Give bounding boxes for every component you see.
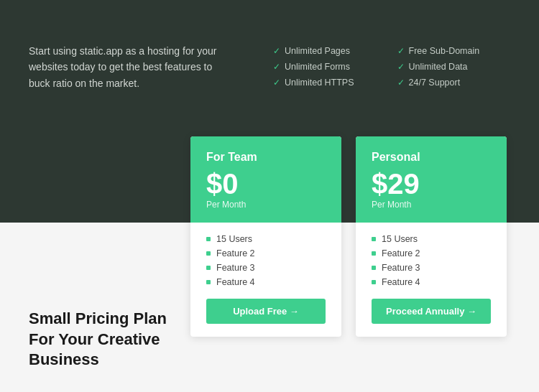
list-item: 15 Users	[206, 234, 326, 244]
feature-label: Feature 3	[216, 263, 255, 273]
check-icon: ✓	[397, 62, 405, 72]
card-team-body: 15 UsersFeature 2Feature 3Feature 4 Uplo…	[190, 223, 341, 337]
proceed-annually-button[interactable]: Proceed Annually →	[372, 299, 491, 324]
card-personal-features: 15 UsersFeature 2Feature 3Feature 4	[372, 234, 491, 287]
feature-item: ✓Free Sub-Domain	[397, 46, 480, 56]
feature-label: Feature 4	[216, 277, 255, 287]
feature-text: 24/7 Support	[409, 78, 461, 88]
bullet-icon	[372, 280, 376, 284]
bullet-icon	[206, 251, 211, 256]
list-item: 15 Users	[372, 234, 491, 244]
list-item: Feature 4	[206, 277, 326, 287]
bullet-icon	[372, 266, 376, 270]
feature-item: ✓24/7 Support	[397, 78, 480, 88]
cards-container: For Team $0 Per Month 15 UsersFeature 2F…	[190, 136, 507, 337]
check-icon: ✓	[273, 78, 280, 88]
card-team: For Team $0 Per Month 15 UsersFeature 2F…	[190, 136, 341, 337]
bullet-icon	[206, 280, 211, 284]
card-personal-header: Personal $29 Per Month	[356, 136, 507, 223]
feature-item: ✓Unlimited Pages	[273, 46, 354, 56]
feature-col-2: ✓Free Sub-Domain✓Unlimited Data✓24/7 Sup…	[397, 46, 480, 88]
feature-text: Unlimited Forms	[285, 62, 350, 72]
feature-text: Unlimited Pages	[285, 46, 350, 56]
card-personal-body: 15 UsersFeature 2Feature 3Feature 4 Proc…	[356, 223, 507, 337]
list-item: Feature 3	[372, 263, 491, 273]
list-item: Feature 2	[372, 248, 491, 258]
check-icon: ✓	[397, 78, 405, 88]
feature-label: Feature 3	[382, 263, 420, 273]
card-team-title: For Team	[206, 151, 326, 164]
bullet-icon	[206, 266, 211, 270]
check-icon: ✓	[397, 46, 405, 56]
feature-label: 15 Users	[216, 234, 252, 244]
features-columns: ✓Unlimited Pages✓Unlimited Forms✓Unlimit…	[273, 43, 479, 88]
card-team-price: $0	[206, 169, 326, 198]
tagline-line2: For Your Creative	[29, 330, 160, 348]
feature-text: Unlimited HTTPS	[285, 78, 354, 88]
list-item: Feature 2	[206, 248, 326, 258]
list-item: Feature 4	[372, 277, 491, 287]
feature-item: ✓Unlimited Forms	[273, 62, 354, 72]
bullet-icon	[372, 237, 376, 241]
bottom-tagline: Small Pricing Plan For Your Creative Bus…	[29, 309, 167, 370]
upload-free-button[interactable]: Upload Free →	[206, 299, 326, 324]
card-team-features: 15 UsersFeature 2Feature 3Feature 4	[206, 234, 326, 287]
feature-text: Free Sub-Domain	[409, 46, 480, 56]
card-personal-price: $29	[372, 169, 491, 198]
card-personal: Personal $29 Per Month 15 UsersFeature 2…	[356, 136, 507, 337]
card-personal-period: Per Month	[372, 200, 491, 210]
feature-item: ✓Unlimited HTTPS	[273, 78, 354, 88]
bullet-icon	[372, 251, 376, 256]
feature-col-1: ✓Unlimited Pages✓Unlimited Forms✓Unlimit…	[273, 46, 354, 88]
card-team-header: For Team $0 Per Month	[190, 136, 341, 223]
feature-item: ✓Unlimited Data	[397, 62, 480, 72]
feature-label: Feature 2	[382, 248, 420, 258]
feature-label: Feature 4	[382, 277, 420, 287]
list-item: Feature 3	[206, 263, 326, 273]
card-team-period: Per Month	[206, 200, 326, 210]
tagline-line3: Business	[29, 350, 99, 368]
feature-label: Feature 2	[216, 248, 255, 258]
tagline-line1: Small Pricing Plan	[29, 309, 167, 327]
check-icon: ✓	[273, 62, 280, 72]
feature-label: 15 Users	[382, 234, 418, 244]
card-personal-title: Personal	[372, 151, 491, 164]
feature-text: Unlimited Data	[409, 62, 468, 72]
check-icon: ✓	[273, 46, 280, 56]
bullet-icon	[206, 237, 211, 241]
hero-description: Start using static.app as a hosting for …	[29, 43, 230, 91]
